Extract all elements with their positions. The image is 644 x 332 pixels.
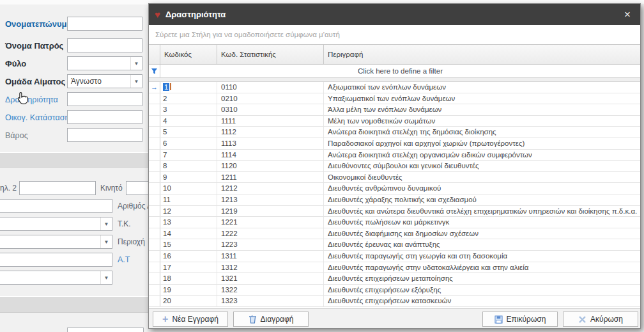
- validate-button[interactable]: Επικύρωση: [482, 312, 558, 327]
- table-row[interactable]: 201323Διευθυντές επιχειρήσεων κατασκευών: [149, 296, 640, 307]
- activity-input[interactable]: [67, 92, 142, 106]
- cell-code[interactable]: 11: [160, 194, 217, 205]
- cell-description[interactable]: Διευθυντές παραγωγής στην υδατοκαλλιέργε…: [324, 262, 640, 273]
- cell-description[interactable]: Διευθυντές πωλήσεων και μάρκετινγκ: [324, 217, 640, 228]
- filter-hint-text[interactable]: Click here to define a filter: [160, 65, 640, 77]
- chevron-down-icon[interactable]: ▼: [130, 75, 142, 88]
- group-by-panel[interactable]: Σύρετε μια Στήλη για να ομαδοποιήσετε σύ…: [149, 25, 640, 45]
- gender-select[interactable]: ▼: [67, 56, 142, 70]
- cell-code[interactable]: 18: [160, 273, 217, 284]
- marital-status-link[interactable]: Οικογ. Κατάσταση: [5, 113, 70, 122]
- header-description[interactable]: Περιγραφή: [324, 45, 640, 64]
- cell-code[interactable]: 3: [160, 104, 217, 115]
- cell-stat-code[interactable]: 1114: [217, 150, 324, 161]
- table-row[interactable]: 121219Διευθυντές και ανώτερα διευθυντικά…: [149, 206, 640, 217]
- table-row[interactable]: 161311Διευθυντές παραγωγής στη γεωργία κ…: [149, 251, 640, 262]
- cell-code[interactable]: 2: [160, 93, 217, 104]
- cell-description[interactable]: Διευθυντές παραγωγής στη γεωργία και στη…: [324, 251, 640, 262]
- table-row[interactable]: 81120Διευθύνοντες σύμβουλοι και γενικοί …: [149, 161, 640, 172]
- cell-description[interactable]: Μέλη των νομοθετικών σωμάτων: [324, 116, 640, 127]
- municipality-select[interactable]: ▼: [0, 235, 112, 249]
- chevron-down-icon[interactable]: ▼: [100, 271, 112, 284]
- header-stat-code[interactable]: Κωδ. Στατιστικής: [217, 45, 324, 64]
- table-row[interactable]: 20210Υπαξιωματικοί των ενόπλων δυνάμεων: [149, 93, 640, 105]
- cell-code[interactable]: 7: [160, 150, 217, 161]
- cell-description[interactable]: Αξιωματικοί των ενόπλων δυνάμεων: [324, 82, 640, 93]
- street-input[interactable]: [0, 253, 112, 267]
- cell-description[interactable]: Διευθυντές χάραξης πολιτικής και σχεδιασ…: [324, 194, 640, 205]
- dialog-title-bar[interactable]: ♥ Δραστηριότητα: [149, 4, 640, 25]
- cell-stat-code[interactable]: 1120: [217, 161, 324, 171]
- table-row[interactable]: 30310Άλλα μέλη των ενόπλων δυνάμεων: [149, 104, 640, 116]
- fullname-input[interactable]: [67, 17, 142, 31]
- cell-description[interactable]: Διευθυντές ανθρώπινου δυναμικού: [324, 183, 640, 194]
- table-row[interactable]: 91211Οικονομικοί διευθυντές: [149, 172, 640, 184]
- cell-stat-code[interactable]: 0310: [217, 104, 324, 115]
- cell-code[interactable]: 9: [160, 172, 217, 183]
- cell-stat-code[interactable]: 1111: [217, 116, 324, 127]
- cell-stat-code[interactable]: 1113: [217, 138, 324, 149]
- cell-stat-code[interactable]: 1311: [217, 251, 324, 262]
- activity-link[interactable]: Δραστηριότητα: [5, 95, 58, 104]
- marital-status-input[interactable]: [67, 110, 142, 124]
- weight-input[interactable]: [67, 128, 142, 142]
- cell-code[interactable]: 16: [160, 251, 217, 262]
- cell-code[interactable]: 20: [160, 296, 217, 306]
- cell-code[interactable]: 6: [160, 138, 217, 149]
- cell-stat-code[interactable]: 1321: [217, 273, 324, 284]
- bottom-partial-input[interactable]: [67, 328, 144, 332]
- cell-description[interactable]: Διευθυντές επιχειρήσεων μεταποίησης: [324, 273, 640, 284]
- table-row[interactable]: 41111Μέλη των νομοθετικών σωμάτων: [149, 116, 640, 127]
- cell-stat-code[interactable]: 1212: [217, 183, 324, 194]
- cell-stat-code[interactable]: 1312: [217, 262, 324, 273]
- close-icon[interactable]: ×: [618, 4, 636, 25]
- cell-stat-code[interactable]: 1323: [217, 296, 324, 306]
- table-row[interactable]: 71114Ανώτερα διοικητικά στελέχη οργανισμ…: [149, 150, 640, 161]
- new-record-button[interactable]: + Νέα Εγγραφή: [153, 312, 228, 327]
- phone2-input[interactable]: [19, 181, 96, 195]
- blood-group-select[interactable]: Άγνωστο ▼: [67, 74, 142, 88]
- cell-code[interactable]: 1: [160, 82, 217, 93]
- city-select[interactable]: ▼: [0, 217, 112, 231]
- cell-description[interactable]: Διευθυντές και ανώτερα διευθυντικά στελέ…: [324, 206, 640, 217]
- table-row[interactable]: 51112Ανώτερα διοικητικά στελέχη της δημό…: [149, 127, 640, 138]
- address-input[interactable]: [0, 199, 112, 213]
- cell-code[interactable]: 8: [160, 161, 217, 171]
- cell-description[interactable]: Οικονομικοί διευθυντές: [324, 172, 640, 183]
- cell-code[interactable]: 17: [160, 262, 217, 273]
- cell-stat-code[interactable]: 1221: [217, 217, 324, 228]
- table-row[interactable]: 171312Διευθυντές παραγωγής στην υδατοκαλ…: [149, 262, 640, 274]
- cell-code[interactable]: 19: [160, 285, 217, 296]
- cell-stat-code[interactable]: 1222: [217, 228, 324, 239]
- cell-code[interactable]: 12: [160, 206, 217, 217]
- cell-description[interactable]: Παραδοσιακοί αρχηγοί και αρχηγοί χωριών …: [324, 138, 640, 149]
- cell-description[interactable]: Ανώτερα διοικητικά στελέχη της δημόσιας …: [324, 127, 640, 138]
- cell-stat-code[interactable]: 1213: [217, 194, 324, 205]
- cell-stat-code[interactable]: 1223: [217, 239, 324, 250]
- delete-button[interactable]: Διαγραφή: [233, 312, 309, 327]
- cell-stat-code[interactable]: 1322: [217, 285, 324, 296]
- cell-stat-code[interactable]: 0110: [217, 82, 324, 93]
- cell-code[interactable]: 13: [160, 217, 217, 228]
- cell-description[interactable]: Άλλα μέλη των ενόπλων δυνάμεων: [324, 104, 640, 115]
- table-row[interactable]: 131221Διευθυντές πωλήσεων και μάρκετινγκ: [149, 217, 640, 228]
- filter-row[interactable]: Click here to define a filter: [149, 65, 640, 78]
- cell-description[interactable]: Διευθύνοντες σύμβουλοι και γενικοί διευθ…: [324, 161, 640, 171]
- table-row[interactable]: →10110Αξιωματικοί των ενόπλων δυνάμεων: [149, 82, 640, 93]
- cell-code[interactable]: 14: [160, 228, 217, 239]
- cell-code[interactable]: 15: [160, 239, 217, 250]
- extra-select[interactable]: ▼: [0, 271, 112, 285]
- mobile-input[interactable]: [126, 181, 148, 195]
- cell-code[interactable]: 5: [160, 127, 217, 138]
- police-dept-link[interactable]: Α.Τ: [118, 255, 130, 264]
- table-row[interactable]: 151223Διευθυντές έρευνας και ανάπτυξης: [149, 239, 640, 251]
- cell-stat-code[interactable]: 1219: [217, 206, 324, 217]
- cell-description[interactable]: Διευθυντές διαφήμισης και δημοσίων σχέσε…: [324, 228, 640, 239]
- table-row[interactable]: 141222Διευθυντές διαφήμισης και δημοσίων…: [149, 228, 640, 240]
- father-name-input[interactable]: [67, 38, 142, 52]
- cell-code[interactable]: 10: [160, 183, 217, 194]
- table-row[interactable]: 191322Διευθυντές επιχειρήσεων εξόρυξης: [149, 285, 640, 296]
- table-row[interactable]: 111213Διευθυντές χάραξης πολιτικής και σ…: [149, 194, 640, 206]
- header-code[interactable]: Κωδικός: [160, 45, 217, 64]
- cell-description[interactable]: Διευθυντές έρευνας και ανάπτυξης: [324, 239, 640, 250]
